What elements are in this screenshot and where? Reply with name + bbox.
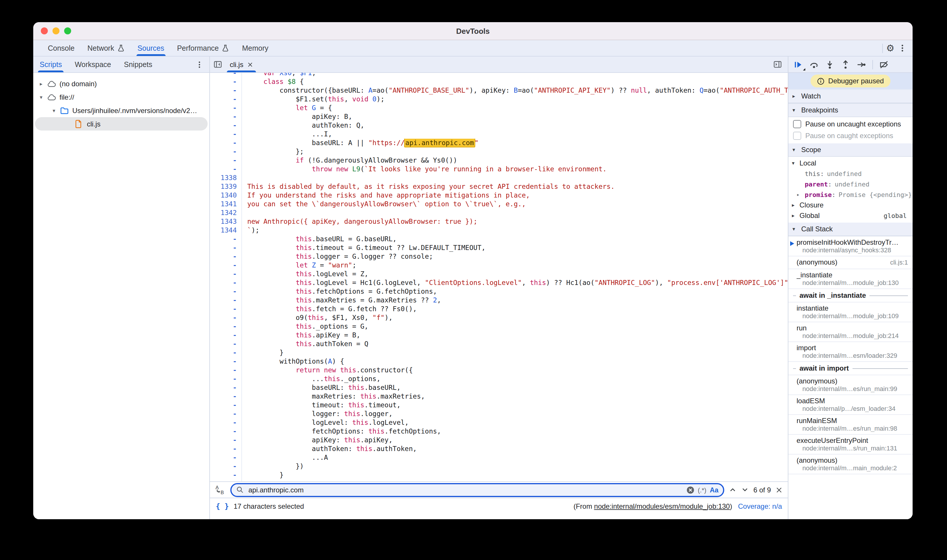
line-gutter[interactable]: -	[210, 392, 242, 401]
pretty-print-icon[interactable]: { }	[216, 502, 229, 511]
line-gutter[interactable]: -	[210, 165, 242, 174]
tab-network[interactable]: Network	[81, 40, 131, 56]
call-stack-frame-anonymous[interactable]: (anonymous)node:internal/m…main_module:2	[788, 454, 913, 474]
call-stack-frame-run[interactable]: runnode:internal/m…module_job:214	[788, 322, 913, 342]
match-case-toggle[interactable]: Aa	[710, 486, 719, 493]
line-gutter[interactable]: 1338	[210, 174, 242, 182]
call-stack-frame-anonymous[interactable]: (anonymous)node:internal/m…es/run_main:9…	[788, 375, 913, 394]
deactivate-breakpoints-button[interactable]	[879, 60, 889, 69]
navigator-more-icon[interactable]	[190, 57, 209, 72]
line-gutter[interactable]: 1343	[210, 217, 242, 226]
call-stack-frame-instantiate[interactable]: _instantiatenode:internal/m…module_job:1…	[788, 269, 913, 288]
section-watch[interactable]: ▸ Watch	[788, 90, 913, 103]
tree-item-file[interactable]: ▾file://	[33, 90, 209, 104]
scope-variable-promise[interactable]: ▸promise:Promise {<pending>}	[788, 189, 913, 200]
zoom-window-button[interactable]	[64, 28, 71, 34]
line-gutter[interactable]: -	[210, 357, 242, 366]
code-editor[interactable]: - var Xs0, $F1;- class $8 {- constructor…	[210, 73, 788, 482]
line-gutter[interactable]: -	[210, 148, 242, 156]
call-stack-frame-loadesm[interactable]: loadESMnode:internal/p…/esm_loader:34	[788, 394, 913, 414]
line-gutter[interactable]: -	[210, 130, 242, 139]
call-stack-frame-anonymous[interactable]: (anonymous)cli.js:1	[788, 256, 913, 269]
line-gutter[interactable]: -	[210, 86, 242, 95]
line-gutter[interactable]: -	[210, 156, 242, 165]
line-gutter[interactable]: -	[210, 340, 242, 348]
close-window-button[interactable]	[41, 28, 48, 34]
more-options-icon[interactable]	[898, 44, 907, 52]
checkbox[interactable]	[793, 120, 801, 128]
call-stack-frame-instantiate[interactable]: instantiatenode:internal/m…module_job:10…	[788, 302, 913, 322]
tree-item-cli-js[interactable]: cli.js	[35, 117, 208, 131]
step-into-button[interactable]	[825, 60, 834, 69]
line-gutter[interactable]: -	[210, 305, 242, 314]
previous-match-icon[interactable]	[729, 486, 736, 494]
step-over-button[interactable]	[810, 60, 819, 69]
sidebar-tab-scripts[interactable]: Scripts	[33, 57, 68, 72]
line-gutter[interactable]: -	[210, 445, 242, 453]
line-gutter[interactable]: -	[210, 375, 242, 383]
step-out-button[interactable]	[841, 60, 850, 69]
regex-toggle[interactable]: (.*)	[698, 486, 706, 493]
line-gutter[interactable]: -	[210, 348, 242, 357]
line-gutter[interactable]: -	[210, 314, 242, 322]
tree-item-users-jinhuilee-nvm-versions-node-v2[interactable]: ▾Users/jinhuilee/.nvm/versions/node/v2…	[33, 104, 209, 117]
line-gutter[interactable]: -	[210, 462, 242, 471]
line-gutter[interactable]: 1339	[210, 182, 242, 191]
call-stack-frame-promiseinithookwithdestroytr[interactable]: promiseInitHookWithDestroyTr…node:intern…	[788, 236, 913, 256]
breakpoint-option-pause-on-uncaught-exceptions[interactable]: Pause on uncaught exceptions	[788, 118, 913, 130]
line-gutter[interactable]: -	[210, 252, 242, 261]
line-gutter[interactable]: -	[210, 73, 242, 77]
scope-group-local[interactable]: ▾Local	[788, 158, 913, 168]
line-gutter[interactable]: -	[210, 296, 242, 305]
line-gutter[interactable]: -	[210, 95, 242, 104]
line-gutter[interactable]: 1344	[210, 226, 242, 235]
close-search-icon[interactable]	[776, 486, 782, 493]
call-stack-frame-executeuserentrypoint[interactable]: executeUserEntryPointnode:internal/m…s/r…	[788, 434, 913, 454]
scope-group-closure[interactable]: ▸Closure	[788, 200, 913, 210]
tab-console[interactable]: Console	[42, 40, 81, 56]
line-gutter[interactable]: -	[210, 418, 242, 427]
tab-sources[interactable]: Sources	[131, 40, 171, 56]
coverage-link[interactable]: Coverage: n/a	[738, 502, 782, 510]
replace-toggle-icon[interactable]: AB	[215, 485, 226, 495]
section-scope[interactable]: ▾ Scope	[788, 143, 913, 157]
line-gutter[interactable]: -	[210, 471, 242, 480]
next-match-icon[interactable]	[741, 486, 749, 494]
line-gutter[interactable]: 1340	[210, 191, 242, 200]
resume-script-button[interactable]	[794, 60, 803, 69]
source-origin-link[interactable]: node:internal/modules/esm/module_job:130	[594, 502, 730, 510]
search-input[interactable]	[247, 485, 683, 494]
line-gutter[interactable]: 1342	[210, 209, 242, 217]
line-gutter[interactable]: -	[210, 243, 242, 252]
section-breakpoints[interactable]: ▾ Breakpoints	[788, 103, 913, 117]
hide-navigator-icon[interactable]	[213, 60, 222, 69]
call-stack-frame-import[interactable]: importnode:internal/m…esm/loader:329	[788, 342, 913, 361]
section-call-stack[interactable]: ▾ Call Stack	[788, 223, 913, 236]
line-gutter[interactable]: -	[210, 383, 242, 392]
line-gutter[interactable]: -	[210, 121, 242, 130]
editor-tab-clijs[interactable]: cli.js	[225, 57, 259, 72]
line-gutter[interactable]: -	[210, 453, 242, 462]
sidebar-tab-workspace[interactable]: Workspace	[68, 57, 117, 72]
step-button[interactable]	[857, 60, 866, 69]
line-gutter[interactable]: -	[210, 366, 242, 375]
scope-variable-this[interactable]: this:undefined	[788, 168, 913, 179]
line-gutter[interactable]: -	[210, 139, 242, 148]
call-stack-frame-runmainesm[interactable]: runMainESMnode:internal/m…es/run_main:98	[788, 414, 913, 434]
tab-memory[interactable]: Memory	[236, 40, 275, 56]
line-gutter[interactable]: -	[210, 270, 242, 278]
scope-group-global[interactable]: ▸Globalglobal	[788, 210, 913, 221]
scope-variable-parent[interactable]: parent:undefined	[788, 179, 913, 189]
sidebar-tab-snippets[interactable]: Snippets	[117, 57, 159, 72]
breakpoint-option-pause-on-caught-exceptions[interactable]: Pause on caught exceptions	[788, 130, 913, 142]
line-gutter[interactable]: -	[210, 112, 242, 121]
settings-gear-icon[interactable]: ⚙	[886, 43, 895, 53]
line-gutter[interactable]: -	[210, 235, 242, 243]
line-gutter[interactable]: -	[210, 104, 242, 112]
line-gutter[interactable]: -	[210, 427, 242, 436]
clear-search-icon[interactable]	[686, 486, 694, 494]
minimize-window-button[interactable]	[52, 28, 60, 34]
tab-performance[interactable]: Performance	[171, 40, 236, 56]
checkbox[interactable]	[793, 132, 801, 140]
line-gutter[interactable]: -	[210, 436, 242, 445]
